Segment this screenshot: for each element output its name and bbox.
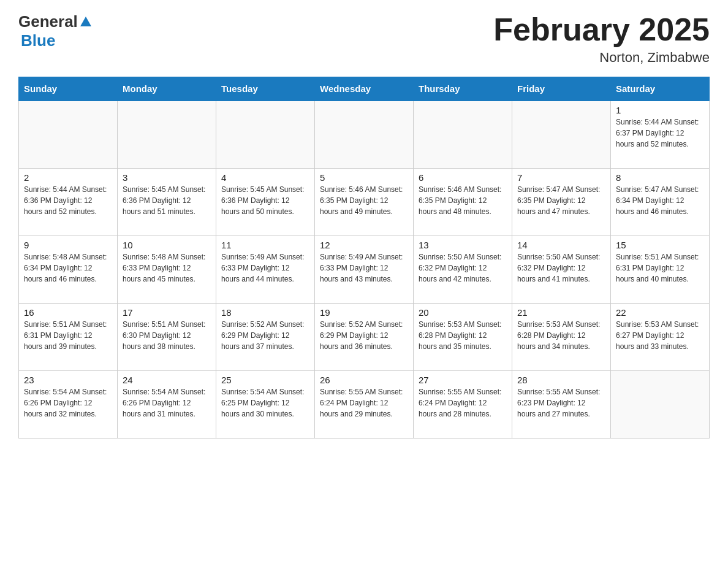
day-number: 28 <box>517 375 605 385</box>
day-number: 2 <box>24 172 112 183</box>
calendar-cell: 28Sunrise: 5:55 AM Sunset: 6:23 PM Dayli… <box>512 370 611 438</box>
col-header-sunday: Sunday <box>19 77 118 101</box>
day-number: 18 <box>221 307 309 318</box>
logo-triangle-icon <box>79 15 93 29</box>
day-info: Sunrise: 5:55 AM Sunset: 6:24 PM Dayligh… <box>419 386 507 419</box>
calendar-cell: 9Sunrise: 5:48 AM Sunset: 6:34 PM Daylig… <box>19 236 118 303</box>
day-number: 13 <box>419 240 507 250</box>
calendar-header-row: SundayMondayTuesdayWednesdayThursdayFrid… <box>19 77 710 101</box>
day-number: 11 <box>221 240 309 250</box>
day-info: Sunrise: 5:51 AM Sunset: 6:30 PM Dayligh… <box>123 319 211 352</box>
title-area: February 2025 Norton, Zimbabwe <box>493 12 710 66</box>
calendar-cell <box>216 101 315 168</box>
day-info: Sunrise: 5:51 AM Sunset: 6:31 PM Dayligh… <box>616 251 704 285</box>
day-info: Sunrise: 5:44 AM Sunset: 6:36 PM Dayligh… <box>24 184 112 217</box>
day-number: 6 <box>419 172 507 183</box>
calendar-week-3: 9Sunrise: 5:48 AM Sunset: 6:34 PM Daylig… <box>19 236 710 303</box>
day-info: Sunrise: 5:53 AM Sunset: 6:27 PM Dayligh… <box>616 319 704 352</box>
day-info: Sunrise: 5:46 AM Sunset: 6:35 PM Dayligh… <box>320 184 408 217</box>
calendar-cell: 5Sunrise: 5:46 AM Sunset: 6:35 PM Daylig… <box>315 168 414 236</box>
calendar-cell: 3Sunrise: 5:45 AM Sunset: 6:36 PM Daylig… <box>118 168 216 236</box>
day-number: 17 <box>123 307 211 318</box>
day-number: 15 <box>616 240 704 250</box>
calendar-cell: 16Sunrise: 5:51 AM Sunset: 6:31 PM Dayli… <box>19 303 118 370</box>
day-info: Sunrise: 5:53 AM Sunset: 6:28 PM Dayligh… <box>419 319 507 352</box>
day-info: Sunrise: 5:55 AM Sunset: 6:24 PM Dayligh… <box>320 386 408 419</box>
calendar-cell: 8Sunrise: 5:47 AM Sunset: 6:34 PM Daylig… <box>611 168 710 236</box>
calendar-cell: 15Sunrise: 5:51 AM Sunset: 6:31 PM Dayli… <box>611 236 710 303</box>
header: General Blue February 2025 Norton, Zimba… <box>18 12 710 66</box>
calendar-cell <box>19 101 118 168</box>
calendar-cell: 12Sunrise: 5:49 AM Sunset: 6:33 PM Dayli… <box>315 236 414 303</box>
day-info: Sunrise: 5:51 AM Sunset: 6:31 PM Dayligh… <box>24 319 112 352</box>
day-number: 26 <box>320 375 408 385</box>
day-number: 4 <box>221 172 309 183</box>
day-number: 12 <box>320 240 408 250</box>
day-info: Sunrise: 5:49 AM Sunset: 6:33 PM Dayligh… <box>320 251 408 285</box>
col-header-thursday: Thursday <box>414 77 512 101</box>
calendar-cell: 6Sunrise: 5:46 AM Sunset: 6:35 PM Daylig… <box>414 168 512 236</box>
day-number: 25 <box>221 375 309 385</box>
calendar-table: SundayMondayTuesdayWednesdayThursdayFrid… <box>18 77 710 439</box>
day-info: Sunrise: 5:54 AM Sunset: 6:26 PM Dayligh… <box>123 386 211 419</box>
calendar-cell <box>512 101 611 168</box>
day-number: 8 <box>616 172 704 183</box>
day-number: 21 <box>517 307 605 318</box>
calendar-cell: 26Sunrise: 5:55 AM Sunset: 6:24 PM Dayli… <box>315 370 414 438</box>
day-number: 16 <box>24 307 112 318</box>
calendar-cell: 10Sunrise: 5:48 AM Sunset: 6:33 PM Dayli… <box>118 236 216 303</box>
logo-blue-text: Blue <box>21 31 55 50</box>
calendar-cell: 27Sunrise: 5:55 AM Sunset: 6:24 PM Dayli… <box>414 370 512 438</box>
calendar-cell <box>611 370 710 438</box>
day-number: 3 <box>123 172 211 183</box>
day-info: Sunrise: 5:53 AM Sunset: 6:28 PM Dayligh… <box>517 319 605 352</box>
col-header-saturday: Saturday <box>611 77 710 101</box>
calendar-cell: 17Sunrise: 5:51 AM Sunset: 6:30 PM Dayli… <box>118 303 216 370</box>
calendar-week-1: 1Sunrise: 5:44 AM Sunset: 6:37 PM Daylig… <box>19 101 710 168</box>
day-info: Sunrise: 5:54 AM Sunset: 6:26 PM Dayligh… <box>24 386 112 419</box>
calendar-week-5: 23Sunrise: 5:54 AM Sunset: 6:26 PM Dayli… <box>19 370 710 438</box>
calendar-cell: 23Sunrise: 5:54 AM Sunset: 6:26 PM Dayli… <box>19 370 118 438</box>
day-info: Sunrise: 5:48 AM Sunset: 6:34 PM Dayligh… <box>24 251 112 285</box>
calendar-cell: 11Sunrise: 5:49 AM Sunset: 6:33 PM Dayli… <box>216 236 315 303</box>
calendar-cell: 13Sunrise: 5:50 AM Sunset: 6:32 PM Dayli… <box>414 236 512 303</box>
calendar-cell: 25Sunrise: 5:54 AM Sunset: 6:25 PM Dayli… <box>216 370 315 438</box>
calendar-week-4: 16Sunrise: 5:51 AM Sunset: 6:31 PM Dayli… <box>19 303 710 370</box>
day-number: 22 <box>616 307 704 318</box>
calendar-cell: 18Sunrise: 5:52 AM Sunset: 6:29 PM Dayli… <box>216 303 315 370</box>
day-number: 9 <box>24 240 112 250</box>
day-info: Sunrise: 5:55 AM Sunset: 6:23 PM Dayligh… <box>517 386 605 419</box>
calendar-cell <box>315 101 414 168</box>
calendar-cell: 4Sunrise: 5:45 AM Sunset: 6:36 PM Daylig… <box>216 168 315 236</box>
logo-general-text: General <box>18 12 78 31</box>
calendar-title: February 2025 <box>493 12 710 47</box>
day-number: 27 <box>419 375 507 385</box>
day-number: 10 <box>123 240 211 250</box>
day-info: Sunrise: 5:54 AM Sunset: 6:25 PM Dayligh… <box>221 386 309 419</box>
day-number: 23 <box>24 375 112 385</box>
col-header-wednesday: Wednesday <box>315 77 414 101</box>
day-info: Sunrise: 5:49 AM Sunset: 6:33 PM Dayligh… <box>221 251 309 285</box>
day-number: 7 <box>517 172 605 183</box>
col-header-tuesday: Tuesday <box>216 77 315 101</box>
day-info: Sunrise: 5:50 AM Sunset: 6:32 PM Dayligh… <box>517 251 605 285</box>
day-info: Sunrise: 5:52 AM Sunset: 6:29 PM Dayligh… <box>221 319 309 352</box>
day-info: Sunrise: 5:48 AM Sunset: 6:33 PM Dayligh… <box>123 251 211 285</box>
day-info: Sunrise: 5:47 AM Sunset: 6:35 PM Dayligh… <box>517 184 605 217</box>
calendar-cell <box>118 101 216 168</box>
logo: General Blue <box>18 12 93 50</box>
calendar-week-2: 2Sunrise: 5:44 AM Sunset: 6:36 PM Daylig… <box>19 168 710 236</box>
day-info: Sunrise: 5:46 AM Sunset: 6:35 PM Dayligh… <box>419 184 507 217</box>
day-number: 1 <box>616 105 704 115</box>
day-info: Sunrise: 5:44 AM Sunset: 6:37 PM Dayligh… <box>616 117 704 150</box>
calendar-cell: 14Sunrise: 5:50 AM Sunset: 6:32 PM Dayli… <box>512 236 611 303</box>
calendar-cell: 2Sunrise: 5:44 AM Sunset: 6:36 PM Daylig… <box>19 168 118 236</box>
day-number: 19 <box>320 307 408 318</box>
calendar-cell: 7Sunrise: 5:47 AM Sunset: 6:35 PM Daylig… <box>512 168 611 236</box>
calendar-cell: 19Sunrise: 5:52 AM Sunset: 6:29 PM Dayli… <box>315 303 414 370</box>
calendar-subtitle: Norton, Zimbabwe <box>493 50 710 66</box>
day-info: Sunrise: 5:45 AM Sunset: 6:36 PM Dayligh… <box>123 184 211 217</box>
calendar-cell: 24Sunrise: 5:54 AM Sunset: 6:26 PM Dayli… <box>118 370 216 438</box>
day-number: 24 <box>123 375 211 385</box>
col-header-monday: Monday <box>118 77 216 101</box>
